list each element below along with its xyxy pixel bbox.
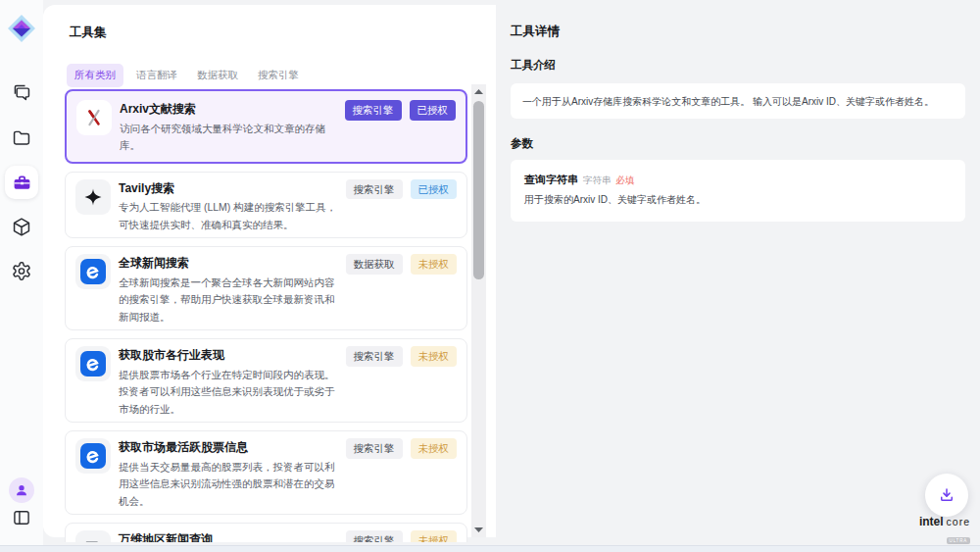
tools-panel: 工具集 所有类别 语言翻译 数据获取 搜索引擎 Arxiv文献搜索 搜索引擎 已… — [43, 5, 496, 537]
tool-name: 万维地区新闻查询 — [119, 530, 213, 542]
status-badge: 未授权 — [411, 254, 458, 275]
newspaper-icon — [75, 530, 111, 542]
detail-title: 工具详情 — [511, 24, 560, 40]
app-logo — [7, 14, 36, 43]
tool-description: 提供当天交易量最高的股票列表，投资者可以利用这些信息来识别流动性强的股票和潜在的… — [119, 459, 344, 511]
tool-description: 提供股票市场各个行业在特定时间段内的表现。投资者可以利用这些信息来识别表现优于或… — [119, 367, 344, 419]
download-button[interactable] — [925, 474, 968, 517]
settings-icon[interactable] — [12, 261, 32, 281]
intro-text: 一个用于从Arxiv存储库搜索科学论文和文章的工具。 输入可以是Arxiv ID… — [522, 96, 934, 107]
tool-card-stock-sectors[interactable]: 获取股市各行业表现 搜索引擎 未授权 提供股票市场各个行业在特定时间段内的表现。… — [65, 338, 467, 423]
status-badge: 已授权 — [410, 100, 457, 121]
tab-language-translation[interactable]: 语言翻译 — [136, 69, 177, 82]
tab-data-fetch[interactable]: 数据获取 — [197, 69, 238, 82]
category-tabs: 所有类别 语言翻译 数据获取 搜索引擎 — [67, 64, 299, 87]
layout-panel-icon[interactable] — [12, 508, 31, 527]
tool-list: Arxiv文献搜索 搜索引擎 已授权 访问各个研究领域大量科学论文和文章的存储库… — [65, 89, 467, 542]
category-badge: 搜索引擎 — [346, 346, 403, 367]
arxiv-icon — [76, 100, 112, 135]
scrollbar-thumb[interactable] — [473, 101, 484, 279]
category-badge: 搜索引擎 — [346, 179, 403, 200]
category-badge: 搜索引擎 — [346, 530, 403, 542]
param-name: 查询字符串 — [524, 173, 578, 187]
status-badge: 未授权 — [411, 530, 458, 542]
intro-heading: 工具介绍 — [511, 58, 556, 73]
params-heading: 参数 — [511, 136, 533, 151]
tab-search-engine[interactable]: 搜索引擎 — [258, 69, 299, 82]
folder-icon[interactable] — [12, 127, 32, 148]
bottom-edge — [0, 545, 980, 552]
tool-card-arxiv[interactable]: Arxiv文献搜索 搜索引擎 已授权 访问各个研究领域大量科学论文和文章的存储库… — [65, 89, 467, 164]
status-badge: 未授权 — [411, 438, 458, 459]
user-avatar-icon[interactable] — [9, 477, 34, 503]
param-card: 查询字符串 字符串 必填 用于搜索的Arxiv ID、关键字或作者姓名。 — [511, 160, 965, 222]
chat-icon[interactable] — [12, 82, 32, 103]
category-badge: 搜索引擎 — [345, 100, 402, 121]
status-badge: 已授权 — [411, 179, 458, 200]
juhe-icon — [75, 254, 111, 289]
sidebar-item-tools[interactable] — [5, 166, 38, 199]
tool-name: 全球新闻搜索 — [119, 254, 189, 273]
download-icon — [938, 486, 956, 504]
tool-name: 获取市场最活跃股票信息 — [119, 438, 248, 457]
param-description: 用于搜索的Arxiv ID、关键字或作者姓名。 — [524, 193, 952, 207]
tool-description: 访问各个研究领域大量科学论文和文章的存储库。 — [120, 121, 345, 155]
intro-card: 一个用于从Arxiv存储库搜索科学论文和文章的工具。 输入可以是Arxiv ID… — [511, 83, 965, 119]
tool-name: Tavily搜索 — [119, 179, 174, 198]
briefcase-icon — [12, 173, 32, 193]
tool-card-tavily[interactable]: Tavily搜索 搜索引擎 已授权 专为人工智能代理 (LLM) 构建的搜索引擎… — [65, 172, 467, 239]
param-required-flag: 必填 — [616, 175, 635, 187]
sidebar — [0, 0, 43, 545]
juhe-icon — [75, 438, 111, 474]
tool-card-global-news[interactable]: 全球新闻搜索 数据获取 未授权 全球新闻搜索是一个聚合全球各大新闻网站内容的搜索… — [65, 246, 467, 330]
category-badge: 搜索引擎 — [346, 438, 403, 459]
list-scrollbar[interactable] — [471, 84, 486, 537]
tab-all-categories[interactable]: 所有类别 — [67, 64, 123, 87]
tavily-icon — [75, 179, 111, 215]
juhe-icon — [75, 346, 111, 381]
param-type: 字符串 — [583, 175, 612, 187]
page-title: 工具集 — [70, 25, 107, 41]
tool-name: Arxiv文献搜索 — [120, 100, 196, 119]
intel-core-logo: intel core ULTRA — [907, 515, 970, 546]
category-badge: 数据获取 — [346, 254, 403, 275]
package-icon[interactable] — [12, 217, 32, 237]
ultra-badge: ULTRA — [947, 537, 970, 544]
scroll-down-arrow[interactable] — [471, 524, 486, 536]
tool-card-active-stocks[interactable]: 获取市场最活跃股票信息 搜索引擎 未授权 提供当天交易量最高的股票列表，投资者可… — [65, 430, 467, 515]
scroll-up-arrow[interactable] — [471, 85, 486, 98]
tool-card-regional-news[interactable]: 万维地区新闻查询 搜索引擎 未授权 查询具体行政区划内的新闻，快速了解各地新闻动 — [65, 523, 467, 542]
tool-description: 专为人工智能代理 (LLM) 构建的搜索引擎工具，可快速提供实时、准确和真实的结… — [119, 199, 344, 233]
tool-description: 全球新闻搜索是一个聚合全球各大新闻网站内容的搜索引擎，帮助用户快速获取全球最新资… — [119, 275, 344, 326]
tool-name: 获取股市各行业表现 — [119, 346, 224, 365]
status-badge: 未授权 — [411, 346, 458, 367]
